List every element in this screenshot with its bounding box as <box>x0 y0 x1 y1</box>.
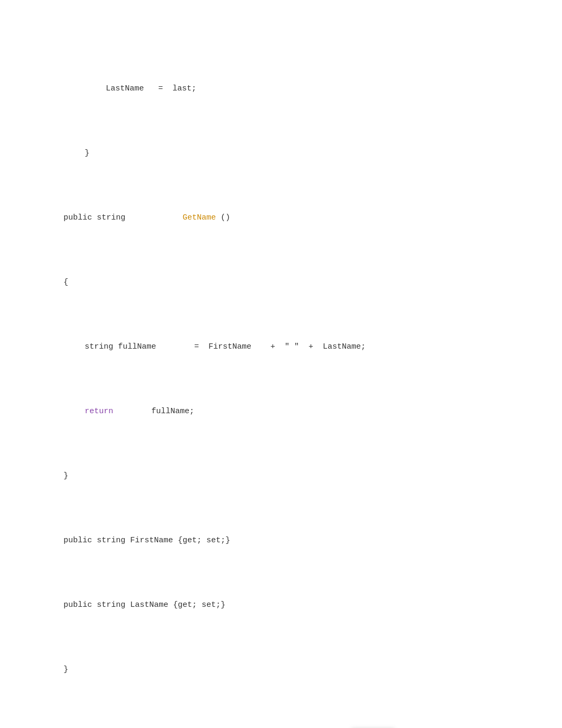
code-text: public string LastName {get; set;} <box>64 599 225 612</box>
code-text: } <box>64 470 68 483</box>
code-text: public string FirstName {get; set;} <box>64 534 230 547</box>
code-line-firstname-prop: public string FirstName {get; set;} <box>42 534 520 547</box>
code-text: { <box>64 276 68 289</box>
method-params: () <box>216 212 230 224</box>
method-getname: GetName <box>183 212 216 224</box>
code-line-close-brace-3: } <box>42 663 520 676</box>
code-line-return: return fullName; <box>42 405 520 418</box>
code-line-close-brace-1: } <box>42 147 520 160</box>
code-editor: LastName = last; } public string GetName… <box>42 32 520 728</box>
code-line-getname: public string GetName () <box>42 212 520 224</box>
keyword-return: return <box>85 405 113 418</box>
code-text: } <box>64 663 68 676</box>
code-line-lastname-assign: LastName = last; <box>42 83 520 95</box>
code-text: string fullName = FirstName + " " + Last… <box>85 341 366 353</box>
keyword-public-string: public string <box>64 212 125 224</box>
code-line-close-brace-2: } <box>42 470 520 483</box>
spacer <box>125 212 183 224</box>
code-line-lastname-prop: public string LastName {get; set;} <box>42 599 520 612</box>
code-line-fullname: string fullName = FirstName + " " + Last… <box>42 341 520 353</box>
code-text: } <box>85 147 89 160</box>
return-value: fullName; <box>151 405 194 418</box>
code-line-open-brace-1: { <box>42 276 520 289</box>
code-text: LastName = last; <box>106 83 196 95</box>
spacer <box>113 405 151 418</box>
